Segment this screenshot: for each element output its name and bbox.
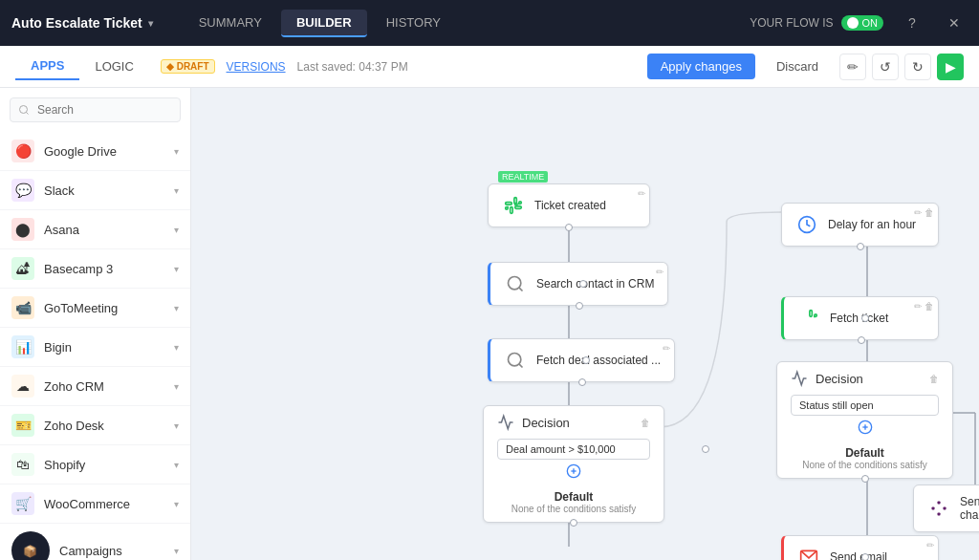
tab-builder[interactable]: BUILDER — [281, 10, 367, 37]
sidebar-item-gotomeeting[interactable]: 📹 GoToMeeting ▾ — [0, 289, 190, 328]
edit-icon[interactable]: ✏ — [914, 207, 922, 218]
email-icon — [797, 546, 820, 560]
delete-icon[interactable]: 🗑 — [925, 301, 934, 312]
delay-actions: ✏ 🗑 — [914, 207, 934, 218]
search-input[interactable] — [10, 97, 181, 122]
right-connector[interactable] — [861, 553, 869, 560]
tab-apps[interactable]: APPS — [15, 53, 79, 80]
bottom-connector[interactable] — [861, 475, 869, 483]
app-title[interactable]: Auto Escalate Ticket ▾ — [11, 15, 153, 31]
send-slack-node[interactable]: Send public channel m... ✏ 🗑 — [913, 485, 979, 532]
sidebar-item-woocommerce[interactable]: 🛒 WooCommerce ▾ — [0, 485, 190, 524]
decision1-node[interactable]: Decision 🗑 Deal amount > $10,000 Default… — [483, 405, 664, 523]
bottom-connector[interactable] — [857, 243, 864, 250]
sidebar-item-shopify[interactable]: 🛍 Shopify ▾ — [0, 445, 190, 485]
fetch-ticket-node[interactable]: Fetch ticket ✏ 🗑 — [781, 296, 939, 340]
flow-toggle[interactable]: ON — [841, 15, 884, 31]
toggle-dot — [847, 17, 859, 29]
bottom-connector[interactable] — [565, 224, 573, 231]
decision1-condition[interactable]: Deal amount > $10,000 — [497, 439, 650, 460]
search-box — [0, 88, 190, 132]
delete-icon[interactable]: 🗑 — [929, 374, 939, 384]
sidebar-item-label: Zoho Desk — [44, 419, 104, 433]
send-slack-label: Send public channel m... — [960, 495, 979, 522]
nav-tabs: SUMMARY BUILDER HISTORY — [184, 10, 456, 37]
onethread-logo: 📦 — [11, 531, 50, 560]
last-saved: Last saved: 04:37 PM — [297, 60, 408, 74]
trigger-node[interactable]: REALTIME Ticket created ✏ — [488, 183, 650, 227]
bottom-connector[interactable] — [578, 378, 586, 386]
sidebar-item-basecamp[interactable]: 🏕 Basecamp 3 ▾ — [0, 249, 190, 289]
redo-button[interactable]: ↻ — [904, 54, 931, 80]
tab-summary[interactable]: SUMMARY — [184, 10, 277, 37]
bottom-connector[interactable] — [858, 336, 865, 344]
google-drive-icon: 🔴 — [11, 140, 34, 162]
play-button[interactable]: ▶ — [937, 54, 964, 80]
flow-canvas: REALTIME Ticket created ✏ Search contact… — [191, 88, 979, 560]
apply-changes-button[interactable]: Apply changes — [647, 54, 755, 79]
bottom-connector[interactable] — [576, 302, 583, 310]
decision2-node[interactable]: Decision 🗑 Status still open Default Non… — [776, 361, 953, 479]
delete-icon[interactable]: 🗑 — [641, 418, 650, 428]
send-email-node[interactable]: Send email ✏ — [781, 535, 939, 560]
trigger-label: Ticket created — [534, 199, 606, 212]
sidebar-item-asana[interactable]: ⬤ Asana ▾ — [0, 210, 190, 249]
toolbar: APPS LOGIC ◆ DRAFT VERSIONS Last saved: … — [0, 46, 979, 88]
edit-button[interactable]: ✏ — [839, 54, 866, 80]
svg-rect-25 — [938, 513, 941, 516]
gotomeeting-icon: 📹 — [11, 296, 34, 319]
fetch-ticket-actions: ✏ 🗑 — [914, 301, 934, 312]
tab-history[interactable]: HISTORY — [371, 10, 456, 37]
fetch-deal-node[interactable]: Fetch deal associated ... ✏ — [488, 338, 675, 382]
view-tabs: APPS LOGIC — [15, 53, 149, 80]
toolbar-actions: ✏ ↺ ↻ ▶ — [839, 54, 964, 80]
svg-point-11 — [509, 277, 521, 290]
close-button[interactable]: ✕ — [941, 10, 968, 36]
edit-icon[interactable]: ✏ — [926, 540, 934, 550]
sidebar-item-label: Campaigns — [59, 544, 122, 558]
edit-icon[interactable]: ✏ — [638, 188, 645, 199]
decision2-header: Decision 🗑 — [791, 370, 939, 387]
delete-icon[interactable]: 🗑 — [925, 207, 934, 218]
tab-logic[interactable]: LOGIC — [79, 53, 148, 80]
fetch-deal-actions: ✏ — [663, 343, 670, 354]
send-email-actions: ✏ — [926, 540, 934, 550]
right-connector[interactable] — [582, 356, 590, 364]
sidebar-item-google-drive[interactable]: 🔴 Google Drive ▾ — [0, 132, 190, 171]
add-condition[interactable] — [497, 463, 650, 483]
search-crm-node[interactable]: Search contact in CRM ✏ — [488, 262, 668, 306]
basecamp-icon: 🏕 — [11, 257, 34, 280]
svg-rect-24 — [944, 507, 946, 510]
sidebar-item-label: Shopify — [44, 458, 85, 472]
sidebar-item-campaigns[interactable]: 📦 Campaigns ▾ — [0, 524, 190, 560]
svg-point-13 — [509, 354, 521, 366]
sidebar-item-label: WooCommerce — [44, 497, 130, 511]
add-condition2[interactable] — [791, 420, 939, 439]
decision2-condition[interactable]: Status still open — [791, 395, 939, 416]
sidebar-item-slack[interactable]: 💬 Slack ▾ — [0, 171, 190, 210]
sidebar-item-zoho-desk[interactable]: 🎫 Zoho Desk ▾ — [0, 406, 190, 445]
help-button[interactable]: ? — [899, 10, 925, 36]
undo-button[interactable]: ↺ — [872, 54, 899, 80]
discard-button[interactable]: Discard — [767, 54, 828, 79]
sidebar: 🔴 Google Drive ▾ 💬 Slack ▾ ⬤ Asana ▾ 🏕 B… — [0, 88, 191, 560]
right-connector[interactable] — [579, 280, 587, 288]
sidebar-item-bigin[interactable]: 📊 Bigin ▾ — [0, 328, 190, 367]
edit-icon[interactable]: ✏ — [663, 343, 670, 354]
title-chevron: ▾ — [148, 18, 153, 29]
edit-icon[interactable]: ✏ — [656, 267, 664, 277]
bottom-connector[interactable] — [570, 519, 577, 527]
delay-icon — [795, 213, 818, 236]
fetch-deal-icon — [504, 349, 527, 372]
delay-node[interactable]: Delay for an hour ✏ 🗑 — [781, 203, 939, 247]
chevron-icon: ▾ — [174, 264, 179, 274]
decision2-label: Decision — [816, 372, 863, 386]
edit-icon[interactable]: ✏ — [914, 301, 922, 312]
sidebar-item-zoho-crm[interactable]: ☁ Zoho CRM ▾ — [0, 367, 190, 406]
versions-link[interactable]: VERSIONS — [227, 60, 286, 74]
condition-connector[interactable] — [702, 445, 709, 453]
realtime-badge: REALTIME — [498, 171, 548, 183]
right-connector[interactable] — [861, 314, 869, 322]
zoho-crm-icon: ☁ — [11, 375, 34, 398]
flow-status-label: YOUR FLOW IS — [750, 16, 833, 30]
